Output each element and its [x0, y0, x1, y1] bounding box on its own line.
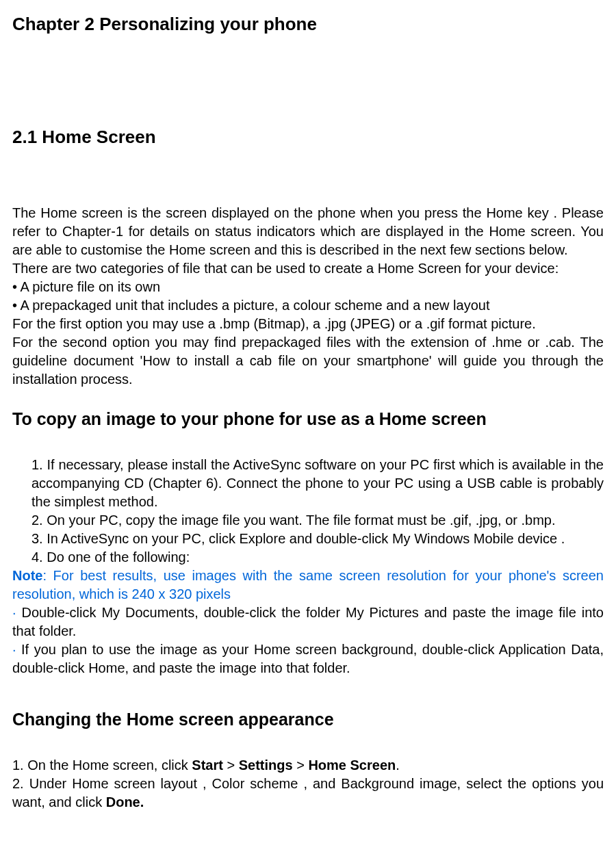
separator: > — [293, 758, 309, 773]
step-3: 3. In ActiveSync on your PC, click Explo… — [31, 530, 604, 548]
step-2: 2. On your PC, copy the image file you w… — [31, 511, 604, 530]
intro-paragraph-1: The Home screen is the screen displayed … — [12, 204, 604, 259]
copy-image-heading: To copy an image to your phone for use a… — [12, 408, 604, 431]
note-paragraph: Note: For best results, use images with … — [12, 567, 604, 604]
section-title: 2.1 Home Screen — [12, 125, 604, 149]
change-1-pre: 1. On the Home screen, click — [12, 758, 192, 773]
note-label: Note — [12, 568, 42, 583]
changing-heading: Changing the Home screen appearance — [12, 708, 604, 732]
intro-paragraph-2: There are two categories of file that ca… — [12, 259, 604, 278]
settings-label: Settings — [239, 758, 293, 773]
change-1-end: . — [396, 758, 400, 773]
done-label: Done. — [106, 794, 144, 810]
change-step-1: 1. On the Home screen, click Start > Set… — [12, 756, 604, 775]
sub-bullet-1: · Double-click My Documents, double-clic… — [12, 604, 604, 640]
sub-bullet-1-text: Double-click My Documents, double-click … — [12, 605, 604, 638]
home-screen-label: Home Screen — [308, 758, 396, 773]
bullet-item-2: • A prepackaged unit that includes a pic… — [12, 296, 604, 315]
bullet-item-1: • A picture file on its own — [12, 278, 604, 296]
intro-paragraph-4: For the second option you may find prepa… — [12, 333, 604, 389]
intro-paragraph-3: For the first option you may use a .bmp … — [12, 315, 604, 333]
step-1: 1. If necessary, please install the Acti… — [31, 456, 604, 511]
chapter-title: Chapter 2 Personalizing your phone — [12, 12, 604, 36]
sub-bullet-2: · If you plan to use the image as your H… — [12, 640, 604, 677]
start-label: Start — [192, 758, 223, 773]
step-4: 4. Do one of the following: — [31, 548, 604, 567]
change-step-2: 2. Under Home screen layout , Color sche… — [12, 775, 604, 812]
separator: > — [223, 758, 239, 773]
change-2-pre: 2. Under Home screen layout , Color sche… — [12, 776, 604, 810]
note-text: : For best results, use images with the … — [12, 568, 604, 601]
sub-bullet-2-text: If you plan to use the image as your Hom… — [12, 642, 604, 675]
